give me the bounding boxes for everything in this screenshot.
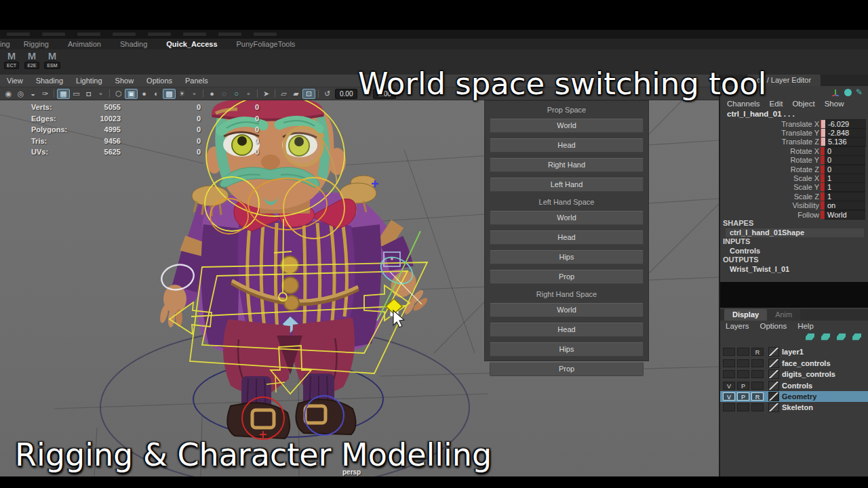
axis-triad-icon[interactable]	[831, 88, 840, 96]
prop-space-left-hand-button[interactable]: Left Hand	[490, 178, 644, 192]
attr-value-field[interactable]: -6.029	[825, 119, 866, 129]
new-layer-from-selection-icon[interactable]	[852, 333, 861, 340]
layer-color-icon[interactable]	[768, 392, 779, 401]
motionblur-icon[interactable]: ◌	[218, 89, 230, 99]
attr-value-field[interactable]: 1	[825, 174, 865, 183]
visibility-toggle[interactable]	[723, 403, 735, 411]
attr-value-field[interactable]: 1	[825, 182, 865, 192]
layer-row-digits-controls[interactable]: digits_controls	[720, 369, 868, 380]
isolate-a-icon[interactable]: ▱	[278, 89, 290, 99]
multisample-icon[interactable]: ○	[231, 89, 242, 99]
menu-layers[interactable]: Layers	[726, 322, 749, 330]
grid-toggle-icon[interactable]: ▦	[57, 89, 70, 99]
visibility-toggle[interactable]: V	[723, 382, 735, 390]
layer-color-icon[interactable]	[768, 347, 779, 357]
isolate-select-icon[interactable]: ⊡	[302, 89, 315, 99]
layer-row-controls[interactable]: V P Controls	[720, 380, 868, 390]
checker-icon[interactable]: ▩	[163, 89, 176, 99]
camera-icon[interactable]: ◉	[3, 89, 14, 99]
shaded-mode-icon[interactable]: ▣	[125, 89, 138, 99]
smooth-shade-icon[interactable]: ●	[138, 89, 150, 99]
dof-icon[interactable]: ▫	[243, 89, 254, 99]
menu-view[interactable]: View	[7, 77, 31, 85]
menu-lighting[interactable]: Lighting	[76, 77, 110, 85]
rotate-snap-icon[interactable]: ↺	[321, 89, 333, 99]
shelf-tab-partial[interactable]: ing	[0, 39, 14, 49]
empty-layer-icon[interactable]	[837, 333, 846, 340]
isolate-b-icon[interactable]: ▰	[290, 89, 302, 99]
attr-value-field[interactable]: 1	[825, 192, 865, 201]
attr-value-field[interactable]: 0	[825, 155, 865, 165]
layer-row-geometry-selected[interactable]: V P R Geometry	[720, 391, 868, 402]
right-hand-space-head-button[interactable]: Head	[490, 323, 644, 337]
layer-color-icon[interactable]	[768, 381, 779, 390]
attr-value-field[interactable]: World	[825, 210, 865, 220]
film-gate-icon[interactable]: ▭	[71, 89, 82, 99]
visibility-toggle[interactable]	[723, 359, 735, 367]
layer-row-layer1[interactable]: R layer1	[720, 346, 868, 357]
display-type-toggle[interactable]	[751, 370, 764, 378]
snap-value-field[interactable]: 0.00	[335, 89, 357, 99]
right-hand-space-prop-button[interactable]: Prop	[490, 362, 644, 376]
shelf-tool-ect[interactable]: M ECT	[3, 51, 20, 69]
speed-dial-icon[interactable]	[844, 89, 852, 96]
visibility-toggle[interactable]: V	[723, 392, 735, 401]
select-cursor-icon[interactable]: ➤	[260, 89, 272, 99]
left-hand-space-head-button[interactable]: Head	[490, 230, 644, 245]
gate-mask-icon[interactable]: ▫	[95, 89, 106, 99]
pencil-graph-icon[interactable]: ✎	[856, 87, 863, 97]
menu-object[interactable]: Object	[792, 100, 814, 108]
shelf-tab-rigging[interactable]: Rigging	[14, 39, 58, 49]
menu-panels[interactable]: Panels	[185, 77, 216, 85]
shelf-tab-animation[interactable]: Animation	[58, 39, 111, 49]
attr-value-field[interactable]: -2.848	[825, 128, 866, 138]
display-type-toggle[interactable]: R	[751, 392, 764, 401]
menu-show[interactable]: Show	[115, 77, 142, 85]
shelf-tab-punyfoliagetools[interactable]: PunyFoliageTools	[227, 39, 305, 49]
shelf-tab-quick-access[interactable]: Quick_Access	[157, 39, 226, 49]
attr-value-field[interactable]: 0	[825, 165, 865, 174]
display-type-toggle[interactable]	[751, 403, 764, 411]
layer-color-icon[interactable]	[768, 369, 779, 379]
shelf-tool-esm[interactable]: M ESM	[43, 51, 61, 69]
playback-toggle[interactable]	[737, 359, 749, 367]
attr-value-field[interactable]: on	[825, 201, 865, 210]
attr-value-field[interactable]: 5.136	[825, 137, 866, 146]
playback-toggle[interactable]	[737, 403, 749, 411]
paint-icon[interactable]: ✑	[39, 89, 51, 99]
right-hand-space-hips-button[interactable]: Hips	[490, 342, 644, 357]
wireframe-icon[interactable]: ⬡	[113, 89, 124, 99]
shadows-icon[interactable]: ▫	[189, 89, 200, 99]
layer-row-face-controls[interactable]: face_controls	[720, 358, 868, 369]
visibility-toggle[interactable]	[723, 348, 735, 356]
layer-row-skeleton[interactable]: Skeleton	[720, 402, 868, 413]
display-type-toggle[interactable]	[751, 382, 764, 390]
prop-space-right-hand-button[interactable]: Right Hand	[490, 158, 644, 172]
playback-toggle[interactable]: P	[737, 382, 749, 390]
menu-options[interactable]: Options	[760, 322, 787, 330]
visibility-toggle[interactable]	[723, 370, 735, 378]
playback-toggle[interactable]	[737, 370, 749, 378]
display-type-toggle[interactable]	[751, 359, 764, 367]
lighting-icon[interactable]: ☀	[176, 89, 188, 99]
prop-space-world-button[interactable]: World	[490, 119, 644, 133]
playback-toggle[interactable]: P	[737, 392, 749, 401]
tab-display[interactable]: Display	[724, 309, 767, 321]
right-hand-space-world-button[interactable]: World	[490, 303, 644, 317]
shelf-tool-e2e[interactable]: M E2E	[23, 51, 41, 69]
output-node-item[interactable]: Wrist_Twist_l_01	[720, 265, 868, 274]
move-layer-down-icon[interactable]	[821, 333, 830, 340]
input-node-item[interactable]: Controls	[720, 247, 868, 256]
3d-viewport[interactable]: Verts: 5055 0 0 Edges: 10023 0 0 Polygon…	[0, 100, 719, 477]
left-hand-space-prop-button[interactable]: Prop	[490, 270, 644, 284]
textured-icon[interactable]: ◐	[151, 89, 162, 99]
layer-color-icon[interactable]	[768, 359, 779, 368]
menu-help[interactable]: Help	[797, 322, 814, 330]
main-menubar[interactable]	[0, 30, 868, 39]
move-layer-up-icon[interactable]	[806, 333, 814, 340]
menu-show[interactable]: Show	[825, 100, 844, 108]
left-hand-space-hips-button[interactable]: Hips	[490, 250, 644, 264]
snap-icon[interactable]: ◒	[27, 89, 39, 99]
ao-icon[interactable]: ●	[206, 89, 218, 99]
menu-edit[interactable]: Edit	[770, 100, 783, 108]
